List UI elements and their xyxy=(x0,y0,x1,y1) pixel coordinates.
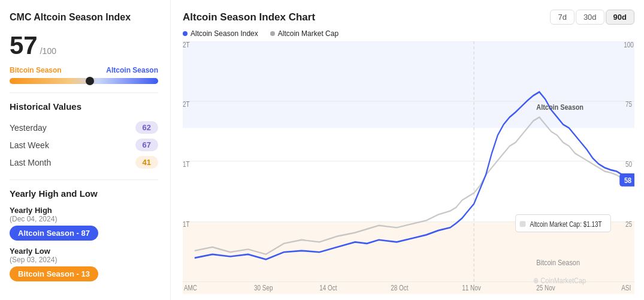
historical-rows: Yesterday 62 Last Week 67 Last Month 41 xyxy=(10,119,158,171)
hist-badge-lastweek: 67 xyxy=(135,139,158,151)
chart-area: 58 Altcoin Season Bitcoin Season Altcoin… xyxy=(183,41,634,294)
svg-text:58: 58 xyxy=(624,176,631,185)
slider-track xyxy=(10,78,158,84)
svg-text:25 Nov: 25 Nov xyxy=(536,284,555,292)
legend-label-asi: Altcoin Season Index xyxy=(191,29,258,38)
time-btn-7d[interactable]: 7d xyxy=(550,10,574,25)
hist-label-lastmonth: Last Month xyxy=(10,158,51,167)
hist-label-lastweek: Last Week xyxy=(10,140,49,150)
bitcoin-season-label: Bitcoin Season xyxy=(10,66,62,74)
svg-text:100: 100 xyxy=(624,41,634,49)
yearly-low-tag: Bitcoin Season - 13 xyxy=(10,266,98,281)
svg-text:Bitcoin Season: Bitcoin Season xyxy=(536,258,580,267)
right-panel: Altcoin Season Index Chart 7d 30d 90d Al… xyxy=(171,0,644,300)
score-value: 57 xyxy=(10,31,38,60)
altcoin-season-label: Altcoin Season xyxy=(106,66,158,74)
svg-rect-0 xyxy=(183,41,634,128)
svg-text:50: 50 xyxy=(625,160,632,168)
score-max: /100 xyxy=(40,46,56,56)
svg-text:75: 75 xyxy=(625,101,632,109)
panel-title: CMC Altcoin Season Index xyxy=(10,12,158,23)
yearly-section: Yearly High and Low Yearly High (Dec 04,… xyxy=(10,188,158,281)
svg-text:ASI: ASI xyxy=(621,284,631,292)
yearly-high-sub: (Dec 04, 2024) xyxy=(10,215,158,223)
yearly-low-row: Yearly Low (Sep 03, 2024) Bitcoin Season… xyxy=(10,247,158,281)
svg-text:1T: 1T xyxy=(183,160,190,168)
svg-text:30 Sep: 30 Sep xyxy=(254,284,273,292)
time-btn-30d[interactable]: 30d xyxy=(576,10,604,25)
yearly-high-row: Yearly High (Dec 04, 2024) Altcoin Seaso… xyxy=(10,206,158,241)
chart-header: Altcoin Season Index Chart 7d 30d 90d xyxy=(183,10,634,25)
chart-svg: 58 Altcoin Season Bitcoin Season Altcoin… xyxy=(183,41,634,294)
chart-title: Altcoin Season Index Chart xyxy=(183,11,315,23)
svg-text:Altcoin Market Cap: $1.13T: Altcoin Market Cap: $1.13T xyxy=(530,220,601,228)
legend-item-amc: Altcoin Market Cap xyxy=(270,29,338,38)
legend-dot-asi xyxy=(183,31,188,36)
time-buttons: 7d 30d 90d xyxy=(550,10,634,25)
chart-legend: Altcoin Season Index Altcoin Market Cap xyxy=(183,29,634,38)
hist-badge-yesterday: 62 xyxy=(135,121,158,134)
hist-label-yesterday: Yesterday xyxy=(10,123,47,133)
yearly-low-sub: (Sep 03, 2024) xyxy=(10,256,158,264)
yearly-high-tag: Altcoin Season - 87 xyxy=(10,226,98,241)
time-btn-90d[interactable]: 90d xyxy=(606,10,634,25)
legend-label-amc: Altcoin Market Cap xyxy=(278,29,338,38)
historical-title: Historical Values xyxy=(10,101,158,112)
svg-text:AMC: AMC xyxy=(184,284,197,292)
svg-text:11 Nov: 11 Nov xyxy=(462,284,481,292)
svg-text:2T: 2T xyxy=(183,101,190,109)
hist-row-lastmonth: Last Month 41 xyxy=(10,154,158,171)
svg-text:25: 25 xyxy=(625,220,632,228)
svg-text:14 Oct: 14 Oct xyxy=(319,284,337,292)
hist-badge-lastmonth: 41 xyxy=(135,156,158,169)
legend-item-asi: Altcoin Season Index xyxy=(183,29,258,38)
slider-thumb xyxy=(86,77,94,85)
svg-text:2T: 2T xyxy=(183,41,190,49)
hist-row-lastweek: Last Week 67 xyxy=(10,136,158,154)
hist-row-yesterday: Yesterday 62 xyxy=(10,119,158,136)
svg-text:28 Oct: 28 Oct xyxy=(391,284,408,292)
yearly-low-label: Yearly Low xyxy=(10,247,158,256)
svg-text:Altcoin Season: Altcoin Season xyxy=(536,103,583,112)
left-panel: CMC Altcoin Season Index 57 /100 Bitcoin… xyxy=(0,0,171,300)
svg-rect-13 xyxy=(520,221,526,227)
svg-text:1T: 1T xyxy=(183,220,190,228)
yearly-title: Yearly High and Low xyxy=(10,188,158,199)
yearly-high-label: Yearly High xyxy=(10,206,158,215)
legend-dot-amc xyxy=(270,31,275,36)
